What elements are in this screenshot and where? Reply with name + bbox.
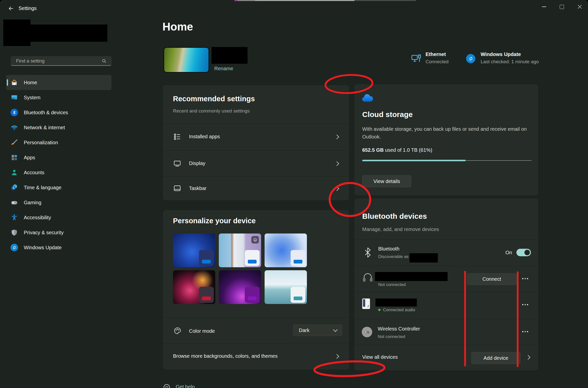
- get-help-link[interactable]: Get help: [176, 384, 195, 388]
- minimize-button[interactable]: [536, 0, 552, 14]
- display-row[interactable]: Display: [163, 150, 349, 176]
- toggle-knob: [524, 250, 530, 255]
- search-icon: [102, 58, 107, 64]
- personalize-title: Personalize your device: [173, 217, 256, 225]
- display-icon: [173, 159, 181, 169]
- theme-taskbar-pill: [202, 296, 211, 300]
- ethernet-status: Ethernet Connected: [426, 52, 449, 64]
- theme-preview-window: [245, 287, 260, 303]
- storage-progress-bar: [362, 160, 532, 162]
- system-icon: [11, 94, 18, 101]
- device-name-redacted: [375, 298, 417, 306]
- chevron-right-icon: [334, 134, 339, 139]
- theme-preview-window: [291, 287, 305, 303]
- chevron-down-icon: [333, 327, 337, 332]
- windows-update-status-icon: [466, 54, 475, 63]
- sidebar-item-bluetooth-devices[interactable]: Bluetooth & devices: [6, 105, 111, 120]
- bluetooth-toggle[interactable]: [516, 249, 531, 256]
- sidebar-item-apps[interactable]: Apps: [6, 150, 111, 165]
- bluetooth-icon: [11, 109, 18, 116]
- sidebar-item-home[interactable]: Home: [6, 75, 111, 90]
- ethernet-title: Ethernet: [426, 52, 449, 57]
- settings-window: Settings Home System Bluetooth & devices…: [0, 0, 588, 388]
- connect-button[interactable]: Connect: [467, 273, 516, 285]
- cloud-storage-card: Cloud storage With available storage, yo…: [355, 84, 538, 195]
- more-options-button[interactable]: [522, 278, 528, 279]
- taskbar-row[interactable]: Taskbar: [163, 176, 349, 200]
- more-options-button[interactable]: [522, 304, 528, 305]
- sidebar-item-label: Home: [24, 80, 37, 86]
- theme-thumbnail-light-bloom[interactable]: [265, 234, 307, 267]
- time-language-icon: [11, 184, 18, 191]
- theme-taskbar-pill: [248, 260, 257, 264]
- windows-update-icon: [11, 244, 18, 251]
- contrast-theme-badge-icon: [251, 236, 259, 244]
- minimize-icon: [542, 6, 546, 7]
- color-mode-dropdown[interactable]: Dark: [293, 324, 342, 336]
- theme-preview-window: [245, 250, 260, 266]
- theme-thumbnail-dark-floral[interactable]: [173, 270, 215, 304]
- personalize-card: Personalize your device Color mode Dark: [163, 210, 349, 369]
- screen-edge-sliver: [255, 0, 354, 1]
- recommended-settings-card: Recommended settings Recent and commonly…: [163, 86, 349, 200]
- device-name-redacted: [375, 272, 448, 281]
- sidebar-item-label: Privacy & security: [24, 230, 64, 236]
- sidebar-item-network-internet[interactable]: Network & internet: [6, 120, 111, 135]
- rename-link[interactable]: Rename: [214, 66, 233, 72]
- maximize-button[interactable]: [553, 0, 570, 14]
- sidebar-item-gaming[interactable]: Gaming: [6, 195, 111, 210]
- installed-apps-row[interactable]: Installed apps: [163, 123, 349, 150]
- sidebar-item-privacy-security[interactable]: Privacy & security: [6, 225, 111, 240]
- sidebar-nav: Home System Bluetooth & devices Network …: [6, 75, 111, 255]
- controller-icon: [362, 327, 372, 337]
- theme-thumbnail-blossom[interactable]: [219, 234, 261, 267]
- browse-themes-label: Browse more backgrounds, colors, and the…: [173, 353, 278, 359]
- search-input[interactable]: [11, 58, 102, 64]
- bluetooth-footer-row[interactable]: View all devices Add device: [355, 345, 538, 370]
- sidebar-item-time-language[interactable]: Time & language: [6, 180, 111, 195]
- home-icon: [11, 79, 18, 86]
- back-arrow-icon: [8, 5, 14, 12]
- sidebar-item-label: Personalization: [24, 140, 58, 146]
- color-mode-value: Dark: [299, 328, 334, 333]
- sidebar-item-accounts[interactable]: Accounts: [6, 165, 111, 180]
- more-options-button[interactable]: [522, 331, 528, 332]
- sidebar-item-personalization[interactable]: Personalization: [6, 135, 111, 150]
- sidebar-item-label: Accounts: [24, 170, 44, 176]
- search-box[interactable]: [11, 56, 111, 66]
- theme-thumbnail-lake[interactable]: [265, 270, 307, 304]
- screen-edge-sliver: [238, 0, 255, 1]
- sidebar-item-label: Time & language: [24, 185, 61, 190]
- device-name-redacted: [212, 47, 248, 64]
- bluetooth-card-title: Bluetooth devices: [362, 212, 427, 220]
- theme-thumbnail-dark-bloom[interactable]: [173, 234, 215, 267]
- installed-apps-label: Installed apps: [189, 134, 220, 140]
- back-button[interactable]: [6, 4, 17, 14]
- windows-update-status: Windows Update Last checked: 1 minute ag…: [481, 52, 539, 64]
- add-device-button[interactable]: Add device: [471, 352, 520, 364]
- add-device-label: Add device: [484, 355, 508, 361]
- device-row-controller: Wireless Controller Not connected: [355, 319, 538, 345]
- device-status: Not connected: [378, 334, 405, 339]
- theme-thumbnail-purple-glow[interactable]: [219, 270, 261, 304]
- paintbrush-icon: [11, 139, 18, 146]
- connected-dot: [378, 309, 380, 311]
- browse-themes-row[interactable]: Browse more backgrounds, colors, and the…: [163, 343, 349, 370]
- theme-taskbar-pill: [248, 296, 257, 300]
- ethernet-icon: [411, 54, 422, 64]
- view-details-label: View details: [373, 178, 400, 184]
- cloud-usage-value: 652.5 GB: [362, 147, 384, 153]
- chevron-right-icon: [334, 186, 339, 191]
- sidebar-item-label: Apps: [24, 155, 35, 160]
- recommended-subtitle: Recent and commonly used settings: [173, 108, 250, 114]
- device-status: Connected audio: [383, 308, 415, 312]
- apps-icon: [11, 154, 18, 161]
- sidebar-item-windows-update[interactable]: Windows Update: [6, 240, 111, 255]
- theme-taskbar-pill: [202, 260, 211, 264]
- close-button[interactable]: [571, 0, 588, 14]
- device-name: Wireless Controller: [378, 326, 420, 332]
- sidebar-item-accessibility[interactable]: Accessibility: [6, 210, 111, 225]
- sidebar-item-system[interactable]: System: [6, 90, 111, 105]
- windows-update-state: Last checked: 1 minute ago: [481, 59, 539, 64]
- view-details-button[interactable]: View details: [362, 175, 411, 187]
